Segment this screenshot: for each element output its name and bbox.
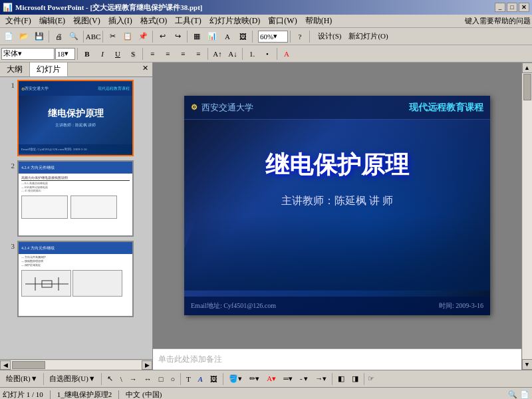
preview-btn[interactable]: 🔍 xyxy=(66,30,81,43)
menu-view[interactable]: 视图(V) xyxy=(69,14,104,28)
draw-menu-btn[interactable]: 绘图(R)▼ xyxy=(3,372,41,386)
rect-btn[interactable]: □ xyxy=(156,372,167,386)
decrease-font-btn[interactable]: A↓ xyxy=(225,47,240,61)
arrow-btn[interactable]: → xyxy=(126,372,140,386)
menu-tools[interactable]: 工具(T) xyxy=(171,14,205,28)
maximize-button[interactable]: □ xyxy=(507,3,517,12)
copy-btn[interactable]: 📋 xyxy=(120,30,135,43)
scroll-thumb[interactable] xyxy=(523,74,531,100)
font-name: 宋体 xyxy=(3,49,18,59)
scroll-right-btn[interactable]: ▶ xyxy=(142,360,152,370)
panel-hscroll[interactable]: ◀ ▶ xyxy=(0,359,152,370)
sep6 xyxy=(252,31,253,43)
slide3-content: — 方向元件高频保护 — 接线图原理说明 — 保护区域划定 xyxy=(19,254,132,298)
arrow-style-btn[interactable]: →▾ xyxy=(312,372,330,386)
bullets-btn[interactable]: • xyxy=(260,47,275,61)
new-slide-btn[interactable]: 新幻灯片(O) xyxy=(345,30,391,43)
menu-slideshow[interactable]: 幻灯片放映(D) xyxy=(205,14,265,28)
cursor-btn[interactable]: ↖ xyxy=(104,372,116,386)
line-style-btn[interactable]: ═▾ xyxy=(280,372,296,386)
insert-table-btn[interactable]: ▦ xyxy=(190,30,204,43)
auto-shapes-btn[interactable]: 自选图形(U)▼ xyxy=(46,372,99,386)
scroll-left-btn[interactable]: ◀ xyxy=(0,360,11,370)
dash-style-btn[interactable]: - ▾ xyxy=(297,372,311,386)
cut-btn[interactable]: ✂ xyxy=(105,30,120,43)
new-btn[interactable]: 📄 xyxy=(1,30,16,43)
notes-area[interactable]: 单击此处添加备注 xyxy=(153,348,521,370)
slide-preview-3[interactable]: 4.2.4 方向元件继续 — 方向元件高频保护 — 接线图原理说明 — 保护区域… xyxy=(17,241,134,317)
slides-panel[interactable]: 1 ⚙ 西安交通大学 现代远程教育课程 继电保护原理 主讲教师：陈延枫 讲师 E… xyxy=(0,77,152,359)
help-search[interactable]: 键入需要帮助的问题 xyxy=(465,16,531,26)
hscroll-thumb[interactable] xyxy=(12,361,45,369)
bold-btn[interactable]: B xyxy=(80,47,94,61)
fill-color-btn[interactable]: 🪣▾ xyxy=(225,372,245,386)
slide-subtitle[interactable]: 主讲教师：陈延枫 讲 师 xyxy=(184,194,490,208)
font-color-btn[interactable]: A xyxy=(279,47,294,61)
insert-chart-btn[interactable]: 📊 xyxy=(205,30,219,43)
dbl-arrow-btn[interactable]: ↔ xyxy=(141,372,155,386)
panel-close-btn[interactable]: ✕ xyxy=(138,63,152,76)
scroll-up-btn[interactable]: ▲ xyxy=(522,63,533,73)
menu-file[interactable]: 文件(F) xyxy=(1,14,35,28)
clipart-btn[interactable]: 🖼 xyxy=(207,372,221,386)
slide-main-title[interactable]: 继电保护原理 xyxy=(184,149,490,182)
status-right: 🔍 📄 xyxy=(508,390,529,399)
slide1-main-title: 继电保护原理 xyxy=(19,108,132,120)
menu-help[interactable]: 帮助(H) xyxy=(301,14,336,28)
slide-road-effect xyxy=(184,215,490,291)
print-btn[interactable]: 🖨 xyxy=(51,30,66,43)
zoom-dropdown[interactable]: 60%▾ xyxy=(258,31,288,43)
wordart-btn[interactable]: A xyxy=(195,372,206,386)
align-right-btn[interactable]: ≡ xyxy=(176,47,190,61)
open-btn[interactable]: 📂 xyxy=(17,30,31,43)
insert-clipart-btn[interactable]: 🖼 xyxy=(235,30,250,43)
tab-outline[interactable]: 大纲 xyxy=(0,63,30,76)
3d-effect-btn[interactable]: ◨ xyxy=(348,372,362,386)
slide-preview-2[interactable]: 4.2.4 方向元件继续 高频方向保护继电器接线图说明 — KA 高频启动继电器… xyxy=(17,160,134,237)
design-btn[interactable]: 设计(S) xyxy=(315,30,344,43)
shadow-effect-btn[interactable]: ◧ xyxy=(334,372,348,386)
underline-btn[interactable]: U xyxy=(110,47,125,61)
justify-btn[interactable]: ≡ xyxy=(191,47,205,61)
zoom-value: 60% xyxy=(260,33,273,41)
menu-edit[interactable]: 编辑(E) xyxy=(35,14,69,28)
font-size-dropdown[interactable]: 18▾ xyxy=(55,48,75,60)
numbering-btn[interactable]: 1. xyxy=(245,47,259,61)
help-btn[interactable]: ? xyxy=(293,30,307,43)
close-button[interactable]: ✕ xyxy=(519,3,529,12)
slide-preview-1[interactable]: ⚙ 西安交通大学 现代远程教育课程 继电保护原理 主讲教师：陈延枫 讲师 Ema… xyxy=(17,80,134,156)
font-color-btn2[interactable]: A▾ xyxy=(263,372,279,386)
align-left-btn[interactable]: ≡ xyxy=(145,47,160,61)
slide-thumb-2[interactable]: 2 4.2.4 方向元件继续 高频方向保护继电器接线图说明 — KA 高频启动继… xyxy=(3,160,150,237)
tab-slides[interactable]: 幻灯片 xyxy=(30,63,68,76)
main-slide[interactable]: ⚙ 西安交通大学 现代远程教育课程 继电保护原理 主讲教师：陈延枫 讲 师 Em… xyxy=(184,96,490,315)
slide3-diagram2 xyxy=(72,270,122,297)
slide3-diagrams xyxy=(21,270,130,297)
italic-btn[interactable]: I xyxy=(95,47,110,61)
slide-thumb-3[interactable]: 3 4.2.4 方向元件继续 — 方向元件高频保护 — 接线图原理说明 — 保护… xyxy=(3,241,150,317)
right-scrollbar[interactable]: ▲ ▼ xyxy=(521,63,532,370)
save-btn[interactable]: 💾 xyxy=(32,30,47,43)
redo-btn[interactable]: ↪ xyxy=(170,30,185,43)
paste-btn[interactable]: 📌 xyxy=(136,30,150,43)
scroll-down-btn[interactable]: ▼ xyxy=(522,359,533,370)
insert-wordart-btn[interactable]: A xyxy=(220,30,235,43)
line-btn[interactable]: \ xyxy=(117,372,126,386)
increase-font-btn[interactable]: A↑ xyxy=(210,47,225,61)
font-dropdown[interactable]: 宋体▾ xyxy=(1,48,55,60)
textbox-btn[interactable]: T xyxy=(183,372,194,386)
slide-thumb-1[interactable]: 1 ⚙ 西安交通大学 现代远程教育课程 继电保护原理 主讲教师：陈延枫 讲师 E… xyxy=(3,80,150,156)
minimize-button[interactable]: _ xyxy=(495,3,505,12)
menu-insert[interactable]: 插入(I) xyxy=(104,14,136,28)
align-center-btn[interactable]: ≡ xyxy=(160,47,175,61)
spell-btn[interactable]: ABC xyxy=(86,30,100,43)
menu-window[interactable]: 窗口(W) xyxy=(264,14,301,28)
menu-format[interactable]: 格式(O) xyxy=(136,14,172,28)
shadow-btn[interactable]: S xyxy=(126,47,140,61)
line-color-btn[interactable]: ✏▾ xyxy=(246,372,263,386)
undo-btn[interactable]: ↩ xyxy=(155,30,170,43)
slide2-diagram2 xyxy=(70,196,117,219)
draw-sep5 xyxy=(332,373,332,385)
oval-btn[interactable]: ○ xyxy=(167,372,178,386)
language-status: 中文 (中国) xyxy=(126,390,162,399)
